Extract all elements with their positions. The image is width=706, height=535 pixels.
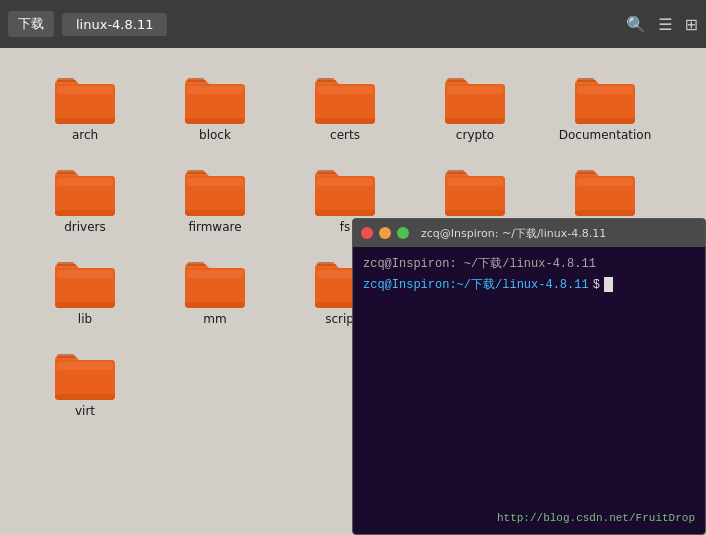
folder-label: certs bbox=[330, 128, 360, 142]
list-view-icon[interactable]: ☰ bbox=[658, 15, 672, 34]
path-label: linux-4.8.11 bbox=[62, 13, 167, 36]
terminal-minimize-button[interactable] bbox=[379, 227, 391, 239]
folder-item-firmware[interactable]: firmware bbox=[150, 156, 280, 240]
folder-icon-crypto bbox=[443, 70, 507, 124]
folder-icon-init bbox=[573, 162, 637, 216]
folder-label: fs bbox=[340, 220, 350, 234]
folder-icon-certs bbox=[313, 70, 377, 124]
folder-item-certs[interactable]: certs bbox=[280, 64, 410, 148]
folder-label: block bbox=[199, 128, 231, 142]
folder-icon-lib bbox=[53, 254, 117, 308]
folder-item-virt[interactable]: virt bbox=[20, 340, 150, 424]
titlebar-actions: 🔍 ☰ ⊞ bbox=[626, 15, 698, 34]
folder-item-mm[interactable]: mm bbox=[150, 248, 280, 332]
folder-icon-drivers bbox=[53, 162, 117, 216]
folder-item-arch[interactable]: arch bbox=[20, 64, 150, 148]
folder-item-documentation[interactable]: Documentation bbox=[540, 64, 670, 148]
folder-label: virt bbox=[75, 404, 95, 418]
folder-label: mm bbox=[203, 312, 226, 326]
folder-item-block[interactable]: block bbox=[150, 64, 280, 148]
folder-label: Documentation bbox=[559, 128, 652, 142]
folder-icon-arch bbox=[53, 70, 117, 124]
cursor bbox=[604, 277, 613, 292]
folder-icon-include bbox=[443, 162, 507, 216]
prompt-dollar: $ bbox=[593, 278, 600, 292]
grid-view-icon[interactable]: ⊞ bbox=[685, 15, 698, 34]
folder-icon-fs bbox=[313, 162, 377, 216]
folder-label: firmware bbox=[188, 220, 241, 234]
folder-icon-documentation bbox=[573, 70, 637, 124]
prompt-user: zcq@Inspiron bbox=[363, 278, 449, 292]
folder-label: arch bbox=[72, 128, 98, 142]
folder-label: lib bbox=[78, 312, 92, 326]
terminal-line1: zcq@Inspiron: ~/下载/linux-4.8.11 bbox=[363, 255, 695, 272]
terminal-url: http://blog.csdn.net/FruitDrop bbox=[497, 512, 695, 524]
titlebar: 下载 linux-4.8.11 🔍 ☰ ⊞ bbox=[0, 0, 706, 48]
terminal-titlebar: zcq@Inspiron: ~/下载/linux-4.8.11 bbox=[353, 219, 705, 247]
terminal-prompt: zcq@Inspiron :~/下载/linux-4.8.11 $ bbox=[363, 276, 695, 293]
folder-item-lib[interactable]: lib bbox=[20, 248, 150, 332]
terminal-body[interactable]: zcq@Inspiron: ~/下载/linux-4.8.11 zcq@Insp… bbox=[353, 247, 705, 301]
terminal-close-button[interactable] bbox=[361, 227, 373, 239]
back-label[interactable]: 下载 bbox=[8, 11, 54, 37]
folder-icon-mm bbox=[183, 254, 247, 308]
terminal-maximize-button[interactable] bbox=[397, 227, 409, 239]
folder-icon-firmware bbox=[183, 162, 247, 216]
folder-item-drivers[interactable]: drivers bbox=[20, 156, 150, 240]
search-icon[interactable]: 🔍 bbox=[626, 15, 646, 34]
prompt-path: :~/下载/linux-4.8.11 bbox=[449, 276, 588, 293]
folder-label: drivers bbox=[64, 220, 106, 234]
terminal-window: zcq@Inspiron: ~/下载/linux-4.8.11 zcq@Insp… bbox=[352, 218, 706, 535]
folder-icon-virt bbox=[53, 346, 117, 400]
folder-label: crypto bbox=[456, 128, 494, 142]
folder-icon-block bbox=[183, 70, 247, 124]
folder-item-crypto[interactable]: crypto bbox=[410, 64, 540, 148]
terminal-title: zcq@Inspiron: ~/下载/linux-4.8.11 bbox=[421, 226, 606, 241]
